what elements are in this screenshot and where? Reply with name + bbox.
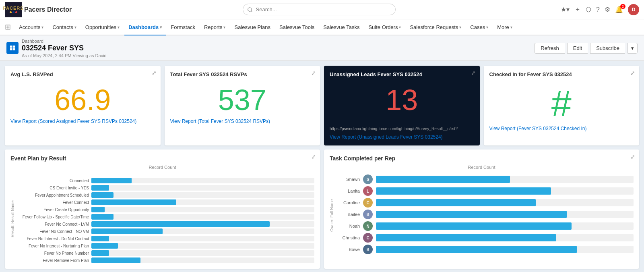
rep-bar-track <box>376 176 634 183</box>
task-record-count: Record Count <box>330 165 634 170</box>
rep-avatar: N <box>363 221 373 231</box>
help-button[interactable]: ? <box>596 6 600 13</box>
sidebar-item-salesforce-requests[interactable]: Salesforce Requests ▾ <box>406 19 465 35</box>
bar-fill <box>91 257 140 263</box>
rep-avatar: B <box>363 210 373 219</box>
sidebar-item-contacts[interactable]: Contacts ▾ <box>48 19 80 35</box>
reports-label: Reports <box>204 24 223 30</box>
task-chart-expand[interactable]: ⤢ <box>630 154 635 160</box>
sidebar-item-reports[interactable]: Reports ▾ <box>200 19 230 35</box>
rep-name: Noah <box>336 224 360 228</box>
bar-track <box>91 185 314 191</box>
task-bar-row: Caroline C <box>336 198 634 208</box>
bar-fill <box>91 228 163 234</box>
refresh-button[interactable]: Refresh <box>535 43 565 54</box>
sidebar-item-salesvue-plans[interactable]: Salesvue Plans <box>230 19 275 35</box>
dot-blue <box>12 11 14 13</box>
task-completed-chart: Task Completed per Rep ⤢ Record Count Ow… <box>324 149 639 269</box>
sidebar-item-dashboards[interactable]: Dashboards ▾ <box>124 19 166 35</box>
logo-text: PACERS <box>3 6 23 10</box>
bar-track <box>91 243 314 249</box>
bar-track <box>91 250 314 256</box>
sidebar-item-cases[interactable]: Cases ▾ <box>466 19 492 35</box>
rep-bar-fill <box>376 222 572 230</box>
checked-in-expand[interactable]: ⤢ <box>630 70 635 76</box>
opportunities-chevron: ▾ <box>118 25 120 29</box>
sidebar-item-salesvue-tasks[interactable]: Salesvue Tasks <box>319 19 363 35</box>
salesvue-tasks-label: Salesvue Tasks <box>323 24 359 30</box>
rep-bar-track <box>376 199 634 206</box>
task-bar-row: Christina C <box>336 233 634 243</box>
event-plan-chart-body: Result: Result Name Connected CS Event I… <box>10 174 314 263</box>
event-plan-expand[interactable]: ⤢ <box>311 154 316 160</box>
avg-rsvped-link[interactable]: View Report (Scored Assigned Fever SYS R… <box>10 118 155 124</box>
bar-track <box>91 199 314 205</box>
bar-label: Fever Create Opportunity <box>17 208 89 212</box>
top-navigation: PACERS Pacers Director ★▾ ＋ ⬡ ? ⚙ 🔔 2 D <box>0 0 644 19</box>
favorites-button[interactable]: ★▾ <box>561 6 570 13</box>
notification-bell[interactable]: 🔔 2 <box>615 6 623 13</box>
bar-track <box>91 178 314 183</box>
notification-count: 2 <box>620 4 625 9</box>
settings-button[interactable]: ⚙ <box>605 6 610 13</box>
sidebar-item-opportunities[interactable]: Opportunities ▾ <box>81 19 124 35</box>
unassigned-leads-value: 13 <box>330 85 474 114</box>
sidebar-item-more[interactable]: More ▾ <box>493 19 516 35</box>
subscribe-button[interactable]: Subscribe <box>590 43 625 54</box>
bar-label: Fever No Interest - Do Not Contact <box>17 237 89 241</box>
unassigned-leads-card: Unassigned Leads Fever SYS 032524 ⤢ 13 h… <box>324 66 480 145</box>
bar-fill <box>91 243 118 249</box>
event-plan-bar-row: Fever No Connect - LVM <box>17 221 314 227</box>
event-plan-bar-row: Fever No Interest - Nurturing Plan <box>17 243 314 249</box>
unassigned-leads-link[interactable]: View Report (Unassigned Leads Fever SYS … <box>330 134 474 140</box>
rep-bar-track <box>376 211 634 218</box>
rep-bar-track <box>376 222 634 230</box>
sidebar-item-salesvue-tools[interactable]: Salesvue Tools <box>275 19 318 35</box>
dashboard-icon <box>6 42 19 54</box>
event-plan-bar-row: Fever No Phone Number <box>17 250 314 256</box>
bar-label: Fever Follow Up - Specific Date/Time <box>17 215 89 219</box>
edit-button[interactable]: Edit <box>567 43 588 54</box>
suite-orders-label: Suite Orders <box>368 24 398 30</box>
rep-avatar: C <box>363 233 373 243</box>
sidebar-item-suite-orders[interactable]: Suite Orders ▾ <box>364 19 405 35</box>
unassigned-leads-expand[interactable]: ⤢ <box>471 70 476 76</box>
user-avatar[interactable]: D <box>628 4 639 15</box>
checked-in-link[interactable]: View Report (Fever SYS 032524 Checked In… <box>489 126 634 131</box>
bar-track <box>91 228 314 234</box>
event-plan-bar-row: Fever No Interest - Do Not Contact <box>17 236 314 241</box>
formstack-label: Formstack <box>171 24 195 30</box>
total-rsvps-expand[interactable]: ⤢ <box>311 70 316 76</box>
rep-bar-fill <box>376 187 551 195</box>
sidebar-item-formstack[interactable]: Formstack <box>167 19 199 35</box>
task-chart-body: Owner: Full Name Shawn S Lanita L Caroli… <box>330 174 634 256</box>
total-rsvps-value: 537 <box>170 85 315 114</box>
bar-fill <box>91 221 270 227</box>
avg-rsvped-expand[interactable]: ⤢ <box>152 70 157 76</box>
sidebar-item-accounts[interactable]: Accounts ▾ <box>15 19 47 35</box>
bar-label: Fever Remove From Plan <box>17 258 89 263</box>
accounts-chevron: ▾ <box>41 25 43 29</box>
search-bar <box>80 4 557 15</box>
rep-bar-track <box>376 246 634 253</box>
setup-icon[interactable]: ⬡ <box>586 6 591 13</box>
rep-bar-fill <box>376 234 556 241</box>
task-bar-row: Shawn S <box>336 174 634 184</box>
page-title: 032524 Fever SYS <box>22 44 107 52</box>
search-input[interactable] <box>243 4 396 15</box>
checked-in-card: Checked In for Fever SYS 032524 ⤢ # View… <box>484 66 640 145</box>
bar-label: Fever No Connect - LVM <box>17 222 89 226</box>
add-button[interactable]: ＋ <box>574 5 581 14</box>
bar-track <box>91 257 314 263</box>
event-plan-chart: Event Plan by Result ⤢ Record Count Resu… <box>5 149 320 269</box>
breadcrumb-bar: Dashboard 032524 Fever SYS As of May 202… <box>0 35 644 61</box>
bar-label: Fever No Connect - NO VM <box>17 229 89 234</box>
grid-menu-icon[interactable]: ⊞ <box>5 23 11 31</box>
rep-name: Christina <box>336 235 360 240</box>
suite-orders-chevron: ▾ <box>399 25 401 29</box>
subscribe-dropdown[interactable]: ▾ <box>627 43 638 54</box>
total-rsvps-link[interactable]: View Report (Total Fever SYS 032524 RSVP… <box>170 118 315 124</box>
dashboards-chevron: ▾ <box>160 25 162 29</box>
dot-red <box>15 11 17 13</box>
total-rsvps-title: Total Fever SYS 032524 RSVPs <box>170 71 247 77</box>
